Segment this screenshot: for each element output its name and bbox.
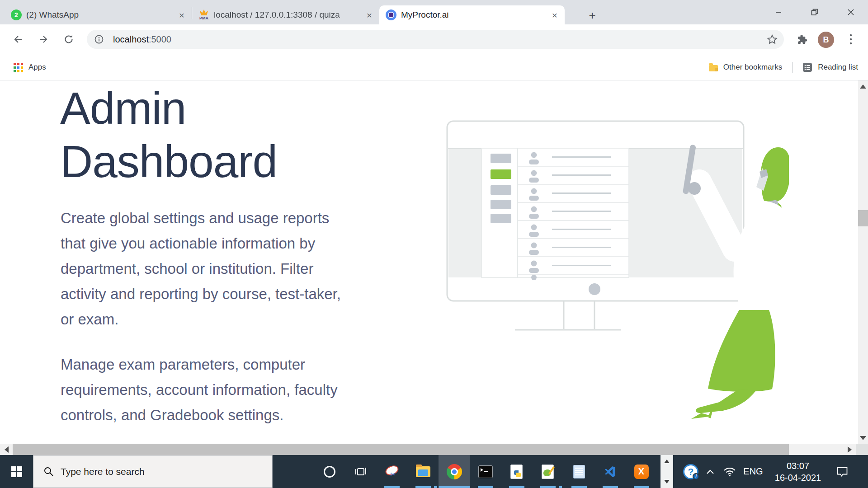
hero-paragraph-1: Create global settings and usage reports… <box>61 206 350 332</box>
python-file-button[interactable] <box>501 455 532 488</box>
scroll-left-button[interactable] <box>0 444 13 455</box>
reload-button[interactable] <box>61 31 77 47</box>
tab-close-icon[interactable]: × <box>550 9 559 21</box>
command-prompt-icon <box>478 465 493 478</box>
chevron-up-icon <box>705 468 715 475</box>
vertical-scroll-thumb[interactable] <box>858 210 868 226</box>
taskbar-overflow-scroll[interactable] <box>660 455 673 488</box>
chrome-button[interactable] <box>439 455 470 488</box>
scroll-right-button[interactable] <box>843 444 856 455</box>
monitor-stand <box>564 301 594 329</box>
scrollbar-corner <box>856 444 868 455</box>
overflow-up-icon[interactable] <box>664 460 670 463</box>
forward-button[interactable] <box>35 31 52 47</box>
hidden-icons-button[interactable] <box>701 455 719 488</box>
hero-paragraph-2: Manage exam parameters, computer require… <box>61 352 350 428</box>
wifi-icon <box>723 466 736 477</box>
folder-icon <box>709 65 718 71</box>
apps-label[interactable]: Apps <box>28 63 46 72</box>
language-indicator[interactable]: ENG <box>740 455 766 488</box>
reading-list-button[interactable]: Reading list <box>802 62 858 72</box>
scroll-down-button[interactable] <box>858 432 868 444</box>
close-window-button[interactable] <box>838 2 863 22</box>
task-view-icon <box>354 465 368 479</box>
start-button[interactable] <box>0 455 33 488</box>
reload-icon <box>63 33 75 45</box>
tab-phpmyadmin[interactable]: PMA localhost / 127.0.0.1:3308 / quiza × <box>192 5 379 24</box>
search-icon <box>43 466 54 477</box>
vscode-button[interactable] <box>594 455 626 488</box>
minimize-button[interactable] <box>766 2 791 22</box>
network-button[interactable] <box>719 455 740 488</box>
close-window-icon <box>847 9 854 16</box>
back-button[interactable] <box>10 31 26 47</box>
restore-button[interactable] <box>802 2 827 22</box>
taskbar-search-box[interactable] <box>33 455 273 488</box>
kebab-icon <box>849 33 853 46</box>
windows-logo-icon <box>11 466 22 477</box>
admin-dashboard-illustration <box>445 118 789 421</box>
sidebar-panel <box>481 148 518 277</box>
cortana-icon <box>324 466 335 478</box>
vertical-scrollbar[interactable] <box>858 80 868 444</box>
restore-icon <box>811 9 818 16</box>
horizontal-scrollbar[interactable] <box>0 444 856 455</box>
tray-date: 16-04-2021 <box>775 472 821 483</box>
python-file-icon <box>510 465 523 479</box>
page-info-icon[interactable] <box>93 33 105 45</box>
clock[interactable]: 03:07 16-04-2021 <box>766 455 830 488</box>
whatsapp-favicon-icon: 2 <box>11 9 22 20</box>
command-prompt-button[interactable] <box>470 455 501 488</box>
vscode-icon <box>604 465 617 479</box>
reading-list-icon <box>802 62 812 72</box>
browser-tab-strip: 2 (2) WhatsApp × PMA localhost / 127.0.0… <box>0 0 868 24</box>
help-icon: ? i <box>683 464 698 479</box>
puzzle-icon <box>796 33 808 45</box>
tab-whatsapp[interactable]: 2 (2) WhatsApp × <box>5 5 192 24</box>
other-bookmarks-button[interactable]: Other bookmarks <box>709 63 782 72</box>
notepad-button[interactable] <box>563 455 594 488</box>
browser-toolbar: localhost:5000 B <box>0 24 868 54</box>
snipping-tool-icon: ✂ <box>384 464 400 477</box>
profile-avatar[interactable]: B <box>818 32 834 48</box>
chrome-icon <box>447 464 462 479</box>
help-tray-button[interactable]: ? i <box>680 455 701 488</box>
overflow-down-icon[interactable] <box>664 480 670 483</box>
bookmark-star-button[interactable] <box>766 33 779 45</box>
tab-close-icon[interactable]: × <box>177 9 186 21</box>
back-icon <box>12 33 24 45</box>
help-info-badge: i <box>693 473 699 480</box>
tab-title: (2) WhatsApp <box>26 10 173 20</box>
file-explorer-icon <box>416 466 430 477</box>
horizontal-scroll-thumb[interactable] <box>13 444 789 455</box>
browser-menu-button[interactable] <box>844 31 857 47</box>
extensions-button[interactable] <box>794 31 810 47</box>
notepad-icon <box>573 465 585 479</box>
url-text[interactable]: localhost:5000 <box>113 34 171 45</box>
tab-close-icon[interactable]: × <box>365 9 374 21</box>
xampp-button[interactable]: X <box>626 455 657 488</box>
notepad-plus-plus-button[interactable] <box>532 455 563 488</box>
myproctor-favicon-icon <box>386 9 396 20</box>
new-tab-button[interactable]: + <box>584 7 600 23</box>
phpmyadmin-favicon-icon: PMA <box>198 9 209 20</box>
snipping-tool-button[interactable]: ✂ <box>376 455 407 488</box>
system-tray: ? i ENG 03:07 <box>680 455 855 488</box>
leg <box>696 389 757 413</box>
apps-grid-icon <box>14 63 23 72</box>
scroll-up-button[interactable] <box>858 80 868 92</box>
tab-title: MyProctor.ai <box>401 10 546 20</box>
tab-myproctor-active[interactable]: MyProctor.ai × <box>379 5 565 24</box>
xampp-icon: X <box>634 465 649 479</box>
action-center-button[interactable] <box>830 455 855 488</box>
desktop-screen: 2 (2) WhatsApp × PMA localhost / 127.0.0… <box>0 0 868 488</box>
cortana-button[interactable] <box>314 455 345 488</box>
taskbar-search-input[interactable] <box>61 455 269 488</box>
task-view-button[interactable] <box>345 455 376 488</box>
skirt <box>708 310 775 392</box>
file-explorer-button[interactable] <box>407 455 439 488</box>
apps-shortcut[interactable]: Apps <box>14 54 46 80</box>
address-bar[interactable]: localhost:5000 <box>87 30 784 49</box>
bookmarks-bar: Apps Other bookmarks Reading list <box>0 54 868 80</box>
tab-title: localhost / 127.0.0.1:3308 / quiza <box>214 10 360 20</box>
